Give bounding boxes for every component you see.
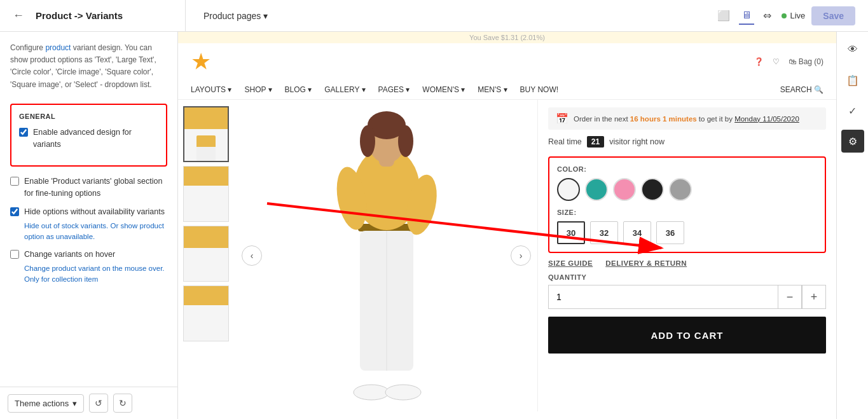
thumbnail-2[interactable]	[183, 166, 229, 222]
nav-buynow[interactable]: BUY NOW!	[520, 85, 558, 94]
hide-options-hint: Hide out of stock variants. Or show prod…	[10, 221, 167, 243]
back-button[interactable]: ←	[8, 6, 29, 25]
checkbox-row-1: Enable advanced design for variants	[19, 127, 158, 151]
main-layout: Configure product variant design. You ca…	[0, 32, 868, 419]
desktop-view-btn[interactable]: 🖥	[739, 7, 754, 25]
top-bar: ← Product -> Variants Product pages ▾ ⬜ …	[0, 0, 868, 32]
next-image-button[interactable]: ›	[511, 245, 531, 266]
order-banner: 📅 Order in the next 16 hours 1 minutes t…	[548, 107, 826, 130]
svg-point-7	[385, 385, 421, 400]
general-section-title: GENERAL	[19, 113, 158, 120]
live-dot	[782, 13, 787, 18]
hide-options-checkbox[interactable]	[10, 207, 19, 216]
nav-search[interactable]: SEARCH 🔍	[780, 85, 823, 94]
preview-iframe-wrapper: You Save $1.31 (2.01%) ★ ❓ ♡ 🛍 Bag (0) L…	[178, 32, 836, 419]
enable-advanced-design-label: Enable advanced design for variants	[33, 127, 158, 151]
sidebar-description: Configure product variant design. You ca…	[10, 42, 167, 91]
theme-actions-label: Theme actions	[15, 399, 69, 408]
theme-actions-chevron: ▾	[72, 399, 77, 408]
wishlist-icon[interactable]: ♡	[773, 57, 780, 66]
size-guide-link[interactable]: SIZE GUIDE	[548, 259, 593, 267]
save-button[interactable]: Save	[811, 6, 855, 25]
store-nav: LAYOUTS ▾ SHOP ▾ BLOG ▾ GALLERY ▾ PAGES …	[191, 80, 823, 99]
product-main-image: ‹ ›	[235, 100, 537, 411]
color-swatch-gray[interactable]	[669, 178, 692, 201]
links-row: SIZE GUIDE DELIVERY & RETURN	[548, 259, 826, 267]
preview-eye-icon[interactable]: 👁	[841, 38, 864, 61]
left-sidebar: Configure product variant design. You ca…	[0, 32, 178, 419]
breadcrumb-title: Product -> Variants	[36, 10, 123, 21]
thumbnail-1[interactable]	[183, 106, 229, 162]
change-variants-hover-hint: Change product variant on the mouse over…	[10, 263, 167, 285]
variants-box: COLOR: SIZE: 30 32	[548, 156, 826, 253]
help-icon[interactable]: ❓	[754, 57, 764, 66]
svg-point-12	[398, 125, 413, 157]
product-pages-dropdown[interactable]: Product pages ▾	[203, 11, 268, 21]
delivery-return-link[interactable]: DELIVERY & RETURN	[605, 259, 687, 267]
color-swatches	[557, 178, 817, 201]
nav-blog[interactable]: BLOG ▾	[285, 85, 312, 94]
thumbnail-3[interactable]	[183, 226, 229, 282]
redo-button[interactable]: ↻	[113, 394, 132, 413]
thumbnail-4[interactable]	[183, 285, 229, 341]
size-btn-32[interactable]: 32	[590, 221, 618, 244]
nav-layouts[interactable]: LAYOUTS ▾	[191, 85, 231, 94]
color-swatch-black[interactable]	[641, 178, 664, 201]
quantity-row: − +	[548, 285, 826, 309]
nav-pages[interactable]: PAGES ▾	[378, 85, 410, 94]
quantity-minus-button[interactable]: −	[778, 285, 802, 309]
size-btn-36[interactable]: 36	[656, 221, 684, 244]
add-to-cart-button[interactable]: ADD TO CART	[548, 317, 826, 354]
store-logo: ★	[191, 48, 211, 75]
size-options: 30 32 34 36	[557, 221, 817, 244]
general-section: GENERAL Enable advanced design for varia…	[10, 104, 167, 167]
product-image-svg	[304, 106, 469, 411]
size-btn-34[interactable]: 34	[623, 221, 651, 244]
enable-global-section-label: Enable 'Product variants' global section…	[24, 175, 167, 200]
product-area: ‹ › 📅 Order in the next 16 hours 1 minut…	[178, 100, 836, 411]
product-thumbnails	[178, 100, 235, 411]
live-indicator: Live	[782, 11, 805, 20]
nav-shop[interactable]: SHOP ▾	[244, 85, 272, 94]
color-swatch-pink[interactable]	[613, 178, 636, 201]
quantity-input[interactable]	[548, 285, 778, 309]
quantity-plus-button[interactable]: +	[802, 285, 826, 309]
sidebar-bottom: Theme actions ▾ ↺ ↻	[0, 387, 177, 419]
enable-advanced-design-checkbox[interactable]	[19, 128, 28, 137]
top-bar-left: ← Product -> Variants	[8, 0, 186, 31]
mobile-view-btn[interactable]: ⬜	[715, 7, 733, 24]
svg-point-6	[354, 385, 389, 400]
checkbox-row-4: Change variants on hover	[10, 249, 167, 261]
bag-icon[interactable]: 🛍 Bag (0)	[789, 57, 823, 66]
change-variants-hover-label: Change variants on hover	[24, 249, 115, 261]
color-swatch-white[interactable]	[557, 178, 580, 201]
enable-global-section-checkbox[interactable]	[10, 177, 19, 186]
svg-point-11	[360, 125, 375, 157]
settings-gear-icon[interactable]: ⚙	[841, 130, 864, 153]
right-panel: 👁 📋 ✓ ⚙	[836, 32, 868, 419]
visitor-count: 21	[587, 136, 604, 148]
check-icon[interactable]: ✓	[841, 99, 864, 122]
nav-womens[interactable]: WOMEN'S ▾	[422, 85, 465, 94]
clipboard-icon[interactable]: 📋	[841, 69, 864, 92]
sidebar-content: Configure product variant design. You ca…	[0, 32, 177, 387]
undo-button[interactable]: ↺	[89, 394, 108, 413]
top-bar-center: Product pages ▾ ⬜ 🖥 ⇔	[193, 7, 774, 25]
store-header: ★ ❓ ♡ 🛍 Bag (0) LAYOUTS ▾ SHOP ▾ BLOG ▾ …	[178, 43, 836, 100]
change-variants-hover-checkbox[interactable]	[10, 250, 19, 259]
size-label: SIZE:	[557, 209, 817, 216]
checkbox-row-2: Enable 'Product variants' global section…	[10, 175, 167, 200]
wide-view-btn[interactable]: ⇔	[761, 7, 774, 24]
prev-image-button[interactable]: ‹	[242, 245, 262, 266]
size-btn-30[interactable]: 30	[557, 221, 585, 244]
view-icons: ⬜ 🖥 ⇔	[715, 7, 774, 25]
hide-options-label: Hide options without availability varian…	[24, 206, 165, 218]
theme-actions-button[interactable]: Theme actions ▾	[8, 394, 84, 413]
preview-area: You Save $1.31 (2.01%) ★ ❓ ♡ 🛍 Bag (0) L…	[178, 32, 836, 419]
color-swatch-teal[interactable]	[585, 178, 608, 201]
top-bar-right: Live Save	[782, 6, 860, 25]
nav-gallery[interactable]: GALLERY ▾	[324, 85, 365, 94]
quantity-label: QUANTITY	[548, 273, 826, 281]
nav-mens[interactable]: MEN'S ▾	[478, 85, 507, 94]
savings-bar: You Save $1.31 (2.01%)	[178, 32, 836, 43]
